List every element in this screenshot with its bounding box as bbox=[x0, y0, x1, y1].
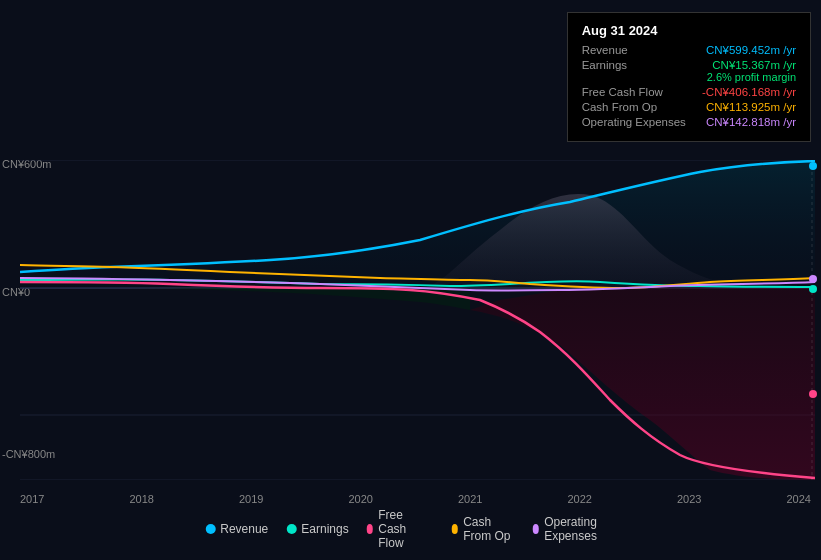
x-axis-labels: 2017 2018 2019 2020 2021 2022 2023 2024 bbox=[20, 493, 821, 505]
legend-dot-fcf bbox=[367, 524, 374, 534]
tooltip-revenue-label: Revenue bbox=[582, 44, 628, 56]
x-label-2020: 2020 bbox=[349, 493, 373, 505]
legend-dot-cfo bbox=[452, 524, 459, 534]
legend-dot-opex bbox=[533, 524, 540, 534]
chart-container: Aug 31 2024 Revenue CN¥599.452m /yr Earn… bbox=[0, 0, 821, 560]
tooltip-opex-label: Operating Expenses bbox=[582, 116, 686, 128]
x-label-2019: 2019 bbox=[239, 493, 263, 505]
tooltip-revenue-row: Revenue CN¥599.452m /yr bbox=[582, 44, 796, 56]
x-label-2017: 2017 bbox=[20, 493, 44, 505]
x-label-2024: 2024 bbox=[787, 493, 811, 505]
tooltip-profit-margin: 2.6% profit margin bbox=[699, 71, 796, 83]
x-label-2022: 2022 bbox=[568, 493, 592, 505]
x-label-2023: 2023 bbox=[677, 493, 701, 505]
legend-fcf[interactable]: Free Cash Flow bbox=[367, 508, 434, 550]
tooltip-box: Aug 31 2024 Revenue CN¥599.452m /yr Earn… bbox=[567, 12, 811, 142]
tooltip-revenue-value: CN¥599.452m /yr bbox=[706, 44, 796, 56]
tooltip-cfo-label: Cash From Op bbox=[582, 101, 657, 113]
legend-cfo[interactable]: Cash From Op bbox=[452, 515, 515, 543]
tooltip-earnings-row: Earnings CN¥15.367m /yr 2.6% profit marg… bbox=[582, 59, 796, 83]
chart-legend: Revenue Earnings Free Cash Flow Cash Fro… bbox=[205, 508, 616, 550]
tooltip-cfo-value: CN¥113.925m /yr bbox=[706, 101, 796, 113]
legend-label-cfo: Cash From Op bbox=[463, 515, 514, 543]
legend-label-earnings: Earnings bbox=[301, 522, 348, 536]
legend-label-revenue: Revenue bbox=[220, 522, 268, 536]
tooltip-cfo-row: Cash From Op CN¥113.925m /yr bbox=[582, 101, 796, 113]
legend-dot-earnings bbox=[286, 524, 296, 534]
opex-edge-dot bbox=[809, 275, 817, 283]
tooltip-opex-value: CN¥142.818m /yr bbox=[706, 116, 796, 128]
tooltip-fcf-label: Free Cash Flow bbox=[582, 86, 663, 98]
tooltip-fcf-value: -CN¥406.168m /yr bbox=[702, 86, 796, 98]
legend-earnings[interactable]: Earnings bbox=[286, 522, 348, 536]
legend-opex[interactable]: Operating Expenses bbox=[533, 515, 616, 543]
tooltip-earnings-label: Earnings bbox=[582, 59, 627, 71]
fcf-edge-dot bbox=[809, 390, 817, 398]
earnings-edge-dot bbox=[809, 285, 817, 293]
tooltip-date: Aug 31 2024 bbox=[582, 23, 796, 38]
chart-svg bbox=[20, 160, 815, 480]
x-label-2021: 2021 bbox=[458, 493, 482, 505]
legend-label-opex: Operating Expenses bbox=[544, 515, 616, 543]
legend-revenue[interactable]: Revenue bbox=[205, 522, 268, 536]
tooltip-earnings-value: CN¥15.367m /yr bbox=[712, 59, 796, 71]
tooltip-fcf-row: Free Cash Flow -CN¥406.168m /yr bbox=[582, 86, 796, 98]
x-label-2018: 2018 bbox=[130, 493, 154, 505]
tooltip-opex-row: Operating Expenses CN¥142.818m /yr bbox=[582, 116, 796, 128]
revenue-edge-dot bbox=[809, 162, 817, 170]
legend-dot-revenue bbox=[205, 524, 215, 534]
legend-label-fcf: Free Cash Flow bbox=[378, 508, 433, 550]
